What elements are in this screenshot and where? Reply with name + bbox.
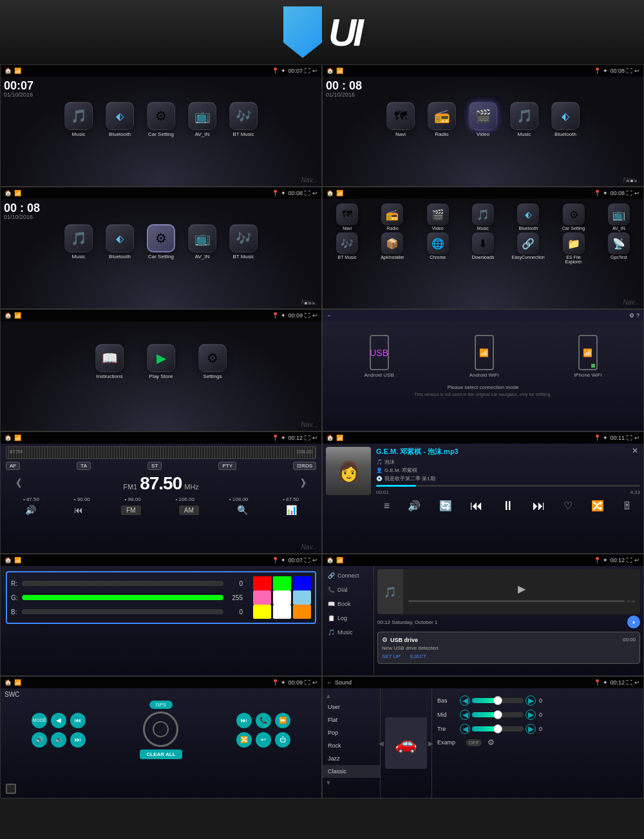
radio-skip-icon[interactable]: ⏮ <box>74 505 83 515</box>
fullscreen-icon-4[interactable]: ⛶ <box>627 190 632 196</box>
music-loop-btn[interactable]: 🔄 <box>439 500 452 512</box>
back-icon-7[interactable]: ↩ <box>312 435 317 441</box>
back-icon-3[interactable]: ↩ <box>312 190 317 196</box>
swc-phone-btn[interactable]: 📞 <box>256 713 271 728</box>
back-icon-10[interactable]: ↩ <box>634 557 639 563</box>
swatch-red[interactable] <box>253 576 271 590</box>
swc-skip-btn[interactable]: ⏩ <box>275 713 290 728</box>
swc-mute-btn[interactable]: 🔊 <box>32 732 47 748</box>
mid-right-btn[interactable]: ▶ <box>526 710 536 720</box>
eq-pop[interactable]: Pop <box>323 726 380 739</box>
station-108[interactable]: • 108.00 <box>229 496 249 502</box>
back-btn-12[interactable]: ← <box>327 679 332 686</box>
drawer-carsetting[interactable]: ⚙ Car Setting <box>558 203 589 231</box>
pty-btn[interactable]: PTY <box>218 462 236 470</box>
back-icon-4[interactable]: ↩ <box>634 190 639 196</box>
seat-left-arrow[interactable]: ◀ <box>379 740 384 747</box>
music-prev-btn[interactable]: ⏮ <box>470 498 483 513</box>
swc-prev-track-btn[interactable]: ⏮ <box>70 713 86 728</box>
bas-right-btn[interactable]: ▶ <box>526 695 536 706</box>
app-bluetooth-3[interactable]: ⬖ Bluetooth <box>100 224 139 259</box>
fullscreen-icon-8[interactable]: ⛶ <box>627 435 632 441</box>
back-icon-11[interactable]: ↩ <box>312 679 317 686</box>
eq-nav-up-arrow[interactable]: ▲ <box>325 692 332 699</box>
help-icon-6[interactable]: ? <box>636 312 639 319</box>
radio-am-btn[interactable]: AM <box>179 505 199 515</box>
radio-prev-btn[interactable]: 《 <box>11 477 21 491</box>
mid-slider[interactable] <box>472 712 524 717</box>
swc-next-btn[interactable]: ⏭ <box>236 713 252 728</box>
drawer-es[interactable]: 📁 ES File Explorer <box>558 232 589 264</box>
music-progress[interactable] <box>376 485 640 487</box>
music-pause-btn[interactable]: ⏸ <box>502 498 515 513</box>
drawer-music[interactable]: 🎵 Music <box>468 203 498 231</box>
drawer-gpstest[interactable]: 📡 GpsTest <box>603 232 634 264</box>
mid-left-btn[interactable]: ◀ <box>460 710 470 720</box>
fullscreen-icon-5[interactable]: ⛶ <box>305 312 310 319</box>
st-btn[interactable]: ST <box>147 462 162 470</box>
station-87b[interactable]: • 87.50 <box>283 496 299 502</box>
gear-icon-6[interactable]: ⚙ <box>629 312 634 319</box>
fullscreen-icon-2[interactable]: ⛶ <box>627 68 632 74</box>
swatch-yellow[interactable] <box>253 605 271 619</box>
swc-back-btn[interactable]: ↩ <box>256 732 271 748</box>
fullscreen-icon-3[interactable]: ⛶ <box>305 190 310 196</box>
swc-vol-down-btn[interactable]: ◀ <box>51 713 66 728</box>
music-shuffle-btn[interactable]: 🔀 <box>591 500 604 512</box>
fullscreen-icon-9[interactable]: ⛶ <box>305 557 310 563</box>
fullscreen-icon[interactable]: ⛶ <box>305 68 310 74</box>
station-90[interactable]: • 90.00 <box>74 496 90 502</box>
home-icon-2[interactable]: 🏠 <box>327 68 334 74</box>
drawer-bluetooth[interactable]: ⬖ Bluetooth <box>513 203 544 231</box>
android-wifi-device[interactable]: 📶 Android WiFi <box>469 335 499 378</box>
home-icon[interactable]: 🏠 <box>5 68 12 74</box>
swc-clearall-btn[interactable]: CLEAR ALL <box>140 749 182 759</box>
seek-track[interactable] <box>408 600 625 602</box>
drawer-radio[interactable]: 📻 Radio <box>377 203 408 231</box>
swc-mode-btn[interactable]: MODE <box>32 713 47 728</box>
radio-next-btn[interactable]: 》 <box>301 477 311 491</box>
tre-right-btn[interactable]: ▶ <box>526 724 536 734</box>
music-next-btn[interactable]: ⏭ <box>533 498 545 513</box>
back-icon-5[interactable]: ↩ <box>312 312 317 319</box>
drawer-apkinstaller[interactable]: 📦 ApkInstaller <box>377 232 408 264</box>
fullscreen-icon-11[interactable]: ⛶ <box>305 679 310 686</box>
app-carsetting[interactable]: ⚙ Car Setting <box>142 102 180 137</box>
swatch-blue[interactable] <box>293 576 311 590</box>
app-navi[interactable]: 🗺 Navi <box>381 102 420 137</box>
back-icon-9[interactable]: ↩ <box>312 557 317 563</box>
app-video[interactable]: 🎬 Video <box>464 102 502 137</box>
app-btmusic-3[interactable]: 🎶 BT Music <box>224 224 263 259</box>
app-playstore[interactable]: ▶ Play Store <box>142 344 180 379</box>
music-vol-btn[interactable]: 🔊 <box>408 500 421 512</box>
swatch-white2[interactable] <box>273 605 291 619</box>
eject-btn[interactable]: EJECT <box>410 654 426 659</box>
home-icon-11[interactable]: 🏠 <box>5 679 12 686</box>
app-instructions[interactable]: 📖 Instructions <box>90 344 129 379</box>
app-radio[interactable]: 📻 Radio <box>422 102 461 137</box>
drawer-btmusic[interactable]: 🎶 BT Music <box>332 232 363 264</box>
app-avin-3[interactable]: 📺 AV_IN <box>183 224 222 259</box>
ta-btn[interactable]: TA <box>77 462 91 470</box>
color-r-slider[interactable] <box>22 581 223 586</box>
eq-user[interactable]: User <box>323 701 380 713</box>
bas-slider[interactable] <box>472 698 524 703</box>
examp-toggle[interactable]: OFF <box>466 739 482 746</box>
eq-rock[interactable]: Rock <box>323 739 380 752</box>
music-heart-btn[interactable]: ♡ <box>564 500 573 512</box>
home-icon-3[interactable]: 🏠 <box>5 190 12 196</box>
android-usb-device[interactable]: USB Android USB <box>364 335 393 378</box>
back-btn-6[interactable]: ← <box>327 312 332 319</box>
setup-btn[interactable]: SET UP <box>382 654 401 659</box>
station-106[interactable]: • 106.00 <box>175 496 194 502</box>
fullscreen-icon-12[interactable]: ⛶ <box>627 679 632 686</box>
back-icon-2[interactable]: ↩ <box>634 68 639 74</box>
app-music[interactable]: 🎵 Music <box>59 102 98 137</box>
music-eq-btn[interactable]: 🎚 <box>622 500 632 512</box>
home-icon-9[interactable]: 🏠 <box>5 557 12 563</box>
iphone-wifi-device[interactable]: 📶 iPhone WiFi <box>574 335 601 378</box>
drawer-avin[interactable]: 📺 AV_IN <box>603 203 634 231</box>
music-playlist-btn[interactable]: ≡ <box>384 500 390 512</box>
back-icon-8[interactable]: ↩ <box>634 435 639 441</box>
radio-fm-btn[interactable]: FM <box>121 505 140 515</box>
